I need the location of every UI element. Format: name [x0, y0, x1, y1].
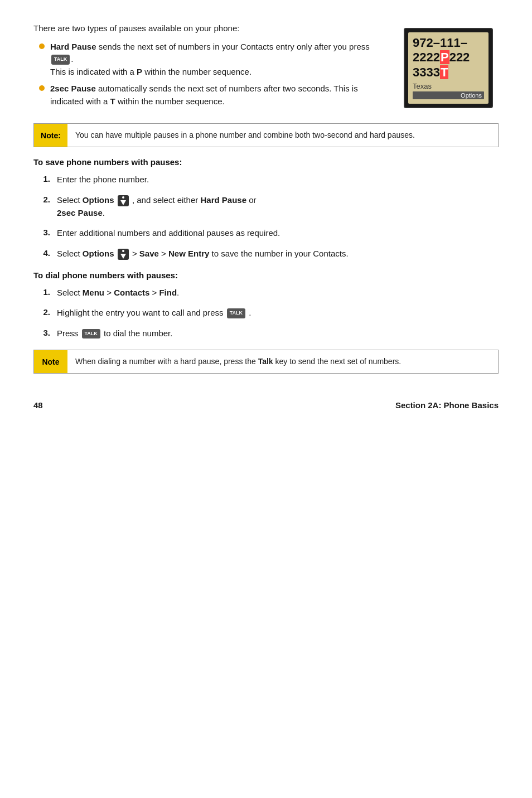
- phone-screen-inner: 972–111– 2222P222 3333T Texas Options: [408, 32, 489, 104]
- page-content: There are two types of pauses available …: [33, 22, 499, 410]
- talk-button-icon-3: TALK: [82, 329, 100, 339]
- note-box-2: Note When dialing a number with a hard p…: [33, 350, 499, 374]
- dial1-after: .: [177, 288, 179, 297]
- save-step-2: 2. Select Options , and select either Ha…: [39, 194, 499, 220]
- step2-bold2: Hard Pause: [200, 195, 246, 205]
- dial-step-2: 2. Highlight the entry you want to call …: [39, 307, 499, 320]
- dial1-mid: >: [104, 288, 114, 297]
- options-icon-2: [117, 195, 129, 207]
- dial-step-content-3: Press TALK to dial the number.: [57, 327, 499, 340]
- footer-bar: 48 Section 2A: Phone Basics: [33, 396, 499, 410]
- step-content-2: Select Options , and select either Hard …: [57, 194, 499, 220]
- 2sec-pause-after: within the number sequence.: [115, 96, 225, 106]
- bullet-dot-1: [39, 43, 45, 49]
- step2-mid2: or: [246, 195, 257, 205]
- note2-bold: Talk: [258, 357, 273, 366]
- dial-step-3: 3. Press TALK to dial the number.: [39, 327, 499, 340]
- intro-text: There are two types of pauses available …: [33, 22, 393, 113]
- dial-step-1: 1. Select Menu > Contacts > Find.: [39, 287, 499, 299]
- dial3-after: to dial the number.: [104, 328, 172, 338]
- 2sec-pause-t: T: [110, 96, 115, 106]
- step2-after: .: [103, 208, 105, 217]
- bullet-content-1: Hard Pause sends the next set of numbers…: [50, 41, 393, 79]
- dial-step-content-1: Select Menu > Contacts > Find.: [57, 287, 499, 299]
- hard-pause-p: P: [137, 67, 142, 76]
- step2-before: Select: [57, 195, 83, 205]
- step-num-4: 4.: [39, 248, 50, 258]
- hard-pause-desc1: sends the next set of numbers in your Co…: [96, 42, 370, 51]
- note-content-1: You can have multiple pauses in a phone …: [67, 124, 423, 147]
- phone-options-bar: Options: [413, 91, 484, 99]
- step-content-1: Enter the phone number.: [57, 173, 499, 186]
- footer-page-number: 48: [33, 400, 43, 410]
- save-step-4: 4. Select Options > Save > New Entry to …: [39, 248, 499, 260]
- dial-step-num-2: 2.: [39, 307, 50, 317]
- step4-before: Select: [57, 249, 83, 258]
- step-num-2: 2.: [39, 194, 50, 204]
- dial3-before: Press: [57, 328, 78, 338]
- note2-after: key to send the next set of numbers.: [273, 357, 402, 366]
- step4-mid: >: [132, 249, 139, 258]
- save-step-3: 3. Enter additional numbers and addition…: [39, 227, 499, 240]
- section2-title: To dial phone numbers with pauses:: [33, 270, 499, 280]
- step-content-3: Enter additional numbers and additional …: [57, 227, 499, 240]
- talk-button-icon-1: TALK: [51, 55, 70, 65]
- phone-display-line1: 972–111–: [413, 36, 484, 50]
- dial1-mid2: >: [149, 288, 159, 297]
- phone-contact-name: Texas: [413, 82, 484, 90]
- hard-pause-period: .: [71, 54, 73, 64]
- svg-point-1: [122, 196, 124, 199]
- dial-step-content-2: Highlight the entry you want to call and…: [57, 307, 499, 320]
- dial-steps-list: 1. Select Menu > Contacts > Find. 2. Hig…: [39, 287, 499, 340]
- phone-screen: 972–111– 2222P222 3333T Texas Options: [404, 28, 493, 108]
- svg-point-4: [122, 250, 124, 252]
- bullet-item-2sec-pause: 2sec Pause automatically sends the next …: [39, 83, 393, 108]
- step4-mid2: >: [159, 249, 168, 258]
- phone-display-line2: 2222P222: [413, 50, 484, 65]
- bullet-list: Hard Pause sends the next set of numbers…: [39, 41, 393, 108]
- step-num-3: 3.: [39, 227, 50, 237]
- 2sec-pause-term: 2sec Pause: [50, 84, 96, 93]
- dial2-after: .: [249, 308, 251, 317]
- phone-image: 972–111– 2222P222 3333T Texas Options: [404, 28, 499, 113]
- step2-bold3: 2sec Pause: [57, 208, 103, 217]
- bullet-content-2: 2sec Pause automatically sends the next …: [50, 83, 393, 108]
- dial-step-num-1: 1.: [39, 287, 50, 297]
- note-label-2: Note: [34, 350, 67, 373]
- note-box-1: Note: You can have multiple pauses in a …: [33, 123, 499, 147]
- footer-section-name: Section 2A: Phone Basics: [395, 400, 499, 410]
- note-label-1: Note:: [34, 124, 67, 147]
- step2-bold1: Options: [83, 195, 114, 205]
- step2-mid: , and select either: [132, 195, 201, 205]
- bullet-item-hard-pause: Hard Pause sends the next set of numbers…: [39, 41, 393, 79]
- dial1-bold1: Menu: [83, 288, 104, 297]
- bullet-dot-2: [39, 85, 45, 91]
- hard-pause-desc2-before: This is indicated with a: [50, 67, 137, 76]
- dial-step-num-3: 3.: [39, 327, 50, 337]
- dial2-before: Highlight the entry you want to call and…: [57, 308, 224, 317]
- step4-after: to save the number in your Contacts.: [209, 249, 348, 258]
- step4-bold2: Save: [139, 249, 159, 258]
- step4-bold3: New Entry: [168, 249, 209, 258]
- note2-before: When dialing a number with a hard pause,…: [75, 357, 258, 366]
- dial1-bold3: Find: [159, 288, 177, 297]
- save-step-1: 1. Enter the phone number.: [39, 173, 499, 186]
- intro-paragraph: There are two types of pauses available …: [33, 22, 393, 35]
- note-content-2: When dialing a number with a hard pause,…: [67, 350, 409, 373]
- step-num-1: 1.: [39, 173, 50, 183]
- step4-bold1: Options: [83, 249, 114, 258]
- phone-display-line3: 3333T: [413, 65, 484, 80]
- save-steps-list: 1. Enter the phone number. 2. Select Opt…: [39, 173, 499, 260]
- hard-pause-term: Hard Pause: [50, 42, 96, 51]
- hard-pause-desc2-after: within the number sequence.: [142, 67, 252, 76]
- talk-button-icon-2: TALK: [227, 308, 245, 318]
- intro-section: There are two types of pauses available …: [33, 22, 499, 113]
- options-icon-4: [117, 248, 129, 260]
- dial1-before: Select: [57, 288, 83, 297]
- step-content-4: Select Options > Save > New Entry to sav…: [57, 248, 499, 260]
- dial1-bold2: Contacts: [114, 288, 149, 297]
- section1-title: To save phone numbers with pauses:: [33, 157, 499, 167]
